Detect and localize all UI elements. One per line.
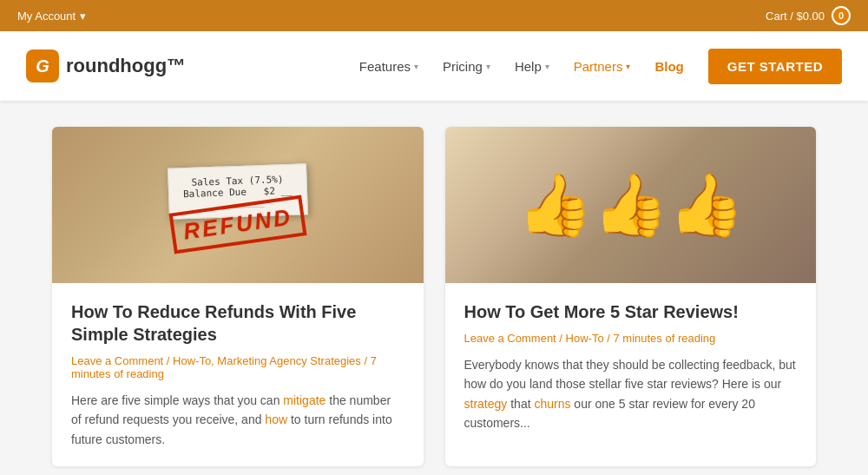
nav-links: Features ▾ Pricing ▾ Help ▾ Partners ▾ B…	[359, 49, 842, 84]
get-started-button[interactable]: GET STARTED	[708, 49, 842, 84]
features-chevron-icon: ▾	[414, 62, 418, 71]
help-chevron-icon: ▾	[545, 62, 549, 71]
card-refunds-meta: Leave a Comment / How-To, Marketing Agen…	[71, 354, 404, 380]
nav-partners[interactable]: Partners ▾	[574, 59, 631, 74]
cart-badge: 0	[832, 6, 851, 25]
card-reviews-image: 👍👍👍	[445, 127, 817, 283]
cart-area[interactable]: Cart / $0.00 0	[766, 6, 851, 25]
logo-tm: ™	[167, 55, 186, 76]
nav-pricing[interactable]: Pricing ▾	[443, 59, 490, 74]
blog-cards: Sales Tax (7.5%) Balance Due $2 __ _____…	[0, 101, 868, 475]
card-refunds-title: How To Reduce Refunds With Five Simple S…	[71, 300, 404, 346]
card-reviews: 👍👍👍 How To Get More 5 Star Reviews! Leav…	[445, 127, 817, 466]
account-label: My Account	[17, 10, 76, 23]
account-chevron-icon: ▾	[80, 10, 86, 23]
thumbs-up-icon: 👍👍👍	[517, 169, 744, 241]
card-refunds: Sales Tax (7.5%) Balance Due $2 __ _____…	[52, 127, 424, 466]
pricing-chevron-icon: ▾	[486, 62, 490, 71]
nav-help[interactable]: Help ▾	[515, 59, 549, 74]
card-reviews-meta: Leave a Comment / How-To / 7 minutes of …	[464, 332, 798, 345]
top-bar: My Account ▾ Cart / $0.00 0	[0, 0, 868, 31]
strategy-link[interactable]: strategy	[464, 397, 508, 411]
churns-link[interactable]: churns	[534, 397, 570, 411]
card-refunds-excerpt: Here are five simple ways that you can m…	[71, 391, 404, 449]
logo-icon: G	[26, 49, 59, 82]
nav-features[interactable]: Features ▾	[359, 59, 418, 74]
how-link[interactable]: how	[265, 412, 287, 426]
card-reviews-title: How To Get More 5 Star Reviews!	[464, 300, 798, 323]
partners-chevron-icon: ▾	[626, 62, 630, 71]
logo[interactable]: G roundhogg™	[26, 49, 186, 82]
mitigate-link[interactable]: mitigate	[283, 393, 326, 407]
card-reviews-excerpt: Everybody knows that they should be coll…	[464, 355, 798, 433]
account-menu[interactable]: My Account ▾	[17, 10, 86, 23]
nav-blog[interactable]: Blog	[654, 59, 683, 74]
card-refunds-image: Sales Tax (7.5%) Balance Due $2 __ _____…	[52, 127, 424, 283]
cart-label: Cart / $0.00	[766, 10, 825, 23]
logo-text: roundhogg™	[66, 55, 186, 77]
main-nav: G roundhogg™ Features ▾ Pricing ▾ Help ▾…	[0, 31, 868, 101]
